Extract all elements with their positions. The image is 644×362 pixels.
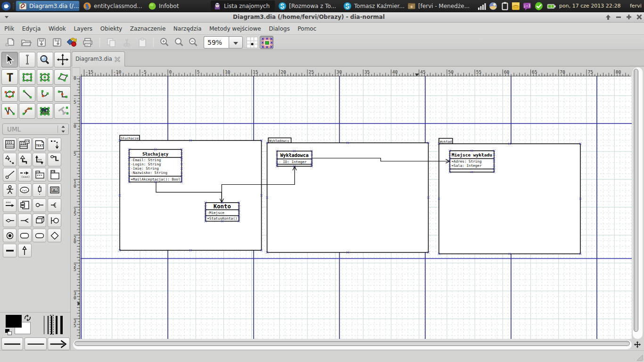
- tool-text[interactable]: T: [1, 69, 18, 85]
- shade-button[interactable]: [604, 13, 612, 21]
- tool-bezierline[interactable]: [19, 103, 35, 119]
- print-icon[interactable]: [82, 37, 93, 48]
- tray-battery[interactable]: [546, 1, 556, 11]
- tool-polyline[interactable]: [1, 103, 18, 119]
- tray-network-signal[interactable]: [477, 1, 487, 11]
- tool-textedit[interactable]: [19, 52, 35, 67]
- uml-provided-interface[interactable]: [33, 198, 46, 212]
- pan-button[interactable]: [633, 340, 642, 349]
- taskbar-item[interactable]: Tomasz Kaźmier...: [341, 0, 405, 11]
- paste-icon[interactable]: [137, 37, 148, 48]
- tray-skype-status[interactable]: [534, 1, 544, 11]
- line-width-option-2[interactable]: [48, 316, 49, 334]
- uml-dependency[interactable]: [48, 138, 61, 151]
- properties-icon[interactable]: [66, 37, 77, 48]
- uml-message[interactable]: (xxx): [18, 168, 32, 181]
- taskbar-item[interactable]: Infobot: [146, 0, 210, 11]
- uml-text[interactable]: TEXT: [33, 138, 46, 151]
- menu-plik[interactable]: Plik: [0, 24, 18, 34]
- sheet-selector[interactable]: UML: [2, 123, 69, 135]
- tool-outline[interactable]: [54, 103, 71, 119]
- uml-message-arrow[interactable]: xxx: [3, 198, 17, 212]
- tray-weather[interactable]: [488, 1, 498, 11]
- uml-state-term[interactable]: [3, 229, 17, 242]
- resize-grip[interactable]: [636, 354, 643, 361]
- menu-metody-wej-ciowe[interactable]: Metody wejściowe: [206, 24, 265, 34]
- menu-obiekty[interactable]: Obiekty: [96, 24, 126, 34]
- uml-small-package[interactable]: [33, 168, 46, 181]
- applications-menu-icon[interactable]: [1, 1, 11, 11]
- taskbar-item[interactable]: Diagram3.dia (/...: [16, 0, 80, 11]
- uml-fork[interactable]: [3, 244, 17, 257]
- uml-required-interface[interactable]: [48, 198, 61, 212]
- uml-large-package[interactable]: [48, 168, 61, 181]
- zoom-in-icon[interactable]: [159, 37, 170, 48]
- menu-edycja[interactable]: Edycja: [18, 24, 44, 34]
- panel-user[interactable]: fervi: [630, 0, 642, 12]
- menu-narz-dzia[interactable]: Narzędzia: [170, 24, 206, 34]
- save-icon[interactable]: [36, 37, 47, 48]
- sheet-spin-buttons[interactable]: [58, 124, 68, 134]
- maximize-button[interactable]: [625, 13, 633, 21]
- uml-nary[interactable]: [18, 214, 32, 227]
- uml-object[interactable]: OBJ: [48, 183, 61, 197]
- vertical-scrollbar-thumb[interactable]: [634, 69, 638, 332]
- close-button[interactable]: [636, 13, 643, 21]
- taskbar-item[interactable]: [fervi - Menedże...: [405, 0, 471, 11]
- swap-colors-icon[interactable]: [24, 314, 32, 321]
- diagram-canvas[interactable]: SłuchaczeWykładowcyWykładSłuchający-Emai…: [81, 76, 632, 339]
- uml-state[interactable]: [18, 229, 32, 242]
- menu-zaznaczenie[interactable]: Zaznaczenie: [126, 24, 170, 34]
- uml-branch[interactable]: [48, 229, 61, 242]
- copy-icon[interactable]: [106, 37, 117, 48]
- tool-magnify[interactable]: [37, 52, 53, 67]
- start-arrow-style-button[interactable]: [1, 337, 23, 350]
- uml-association[interactable]: [33, 153, 46, 166]
- tool-arc[interactable]: [37, 86, 53, 102]
- snap-to-objects-toggle[interactable]: [260, 36, 273, 49]
- tool-scroll[interactable]: [54, 52, 71, 67]
- cut-icon[interactable]: [121, 37, 132, 48]
- uml-transition[interactable]: [18, 244, 32, 257]
- line-width-option-4[interactable]: [56, 316, 58, 334]
- uml-implements[interactable]: [48, 153, 61, 166]
- uml-constraint[interactable]: [3, 168, 17, 181]
- default-colors-icon[interactable]: [5, 329, 12, 335]
- tool-zigzagline[interactable]: [54, 86, 71, 102]
- menu-widok[interactable]: Widok: [45, 24, 70, 34]
- tray-notes[interactable]: [511, 1, 520, 11]
- uml-lifeline[interactable]: [33, 183, 46, 197]
- taskbar-item[interactable]: Lista znajomych: [211, 0, 275, 11]
- uml-template-class[interactable]: [18, 138, 32, 151]
- save-as-icon[interactable]: [51, 37, 63, 48]
- uml-component[interactable]: [18, 198, 32, 212]
- tray-kadu-chat[interactable]: ;-): [522, 1, 532, 11]
- uml-node[interactable]: [33, 214, 46, 227]
- zoom-input[interactable]: 59%: [204, 36, 229, 49]
- open-icon[interactable]: [20, 37, 32, 48]
- foreground-color-swatch[interactable]: [6, 315, 22, 328]
- zoom-dropdown-button[interactable]: [229, 36, 243, 49]
- tray-clipboard[interactable]: [500, 1, 510, 11]
- tool-beziergon[interactable]: [1, 86, 18, 102]
- line-style-button[interactable]: [25, 337, 47, 350]
- menu-pomoc[interactable]: Pomoc: [294, 24, 320, 34]
- tool-modify[interactable]: [1, 52, 18, 67]
- uml-aggregation[interactable]: [3, 214, 17, 227]
- tool-line[interactable]: [19, 86, 35, 102]
- tool-polygon[interactable]: [54, 69, 71, 85]
- snap-to-grid-toggle[interactable]: [247, 37, 258, 48]
- tab-close-icon[interactable]: [114, 56, 121, 63]
- tool-box[interactable]: [19, 69, 35, 85]
- line-width-option-5[interactable]: [60, 316, 63, 334]
- uml-class[interactable]: [3, 138, 17, 151]
- vertical-scrollbar[interactable]: [633, 67, 643, 339]
- end-arrow-style-button[interactable]: [48, 337, 70, 350]
- taskbar-item[interactable]: [Rozmowa z To...: [276, 0, 340, 11]
- panel-clock[interactable]: pon, 17 cze 2013 22:28: [559, 0, 620, 12]
- uml-generalization[interactable]: [18, 153, 32, 166]
- menu-dialogs[interactable]: Dialogs: [265, 24, 294, 34]
- minimize-button[interactable]: [615, 13, 622, 21]
- horizontal-scrollbar-thumb[interactable]: [74, 341, 630, 346]
- uml-usecase[interactable]: (w): [18, 183, 32, 197]
